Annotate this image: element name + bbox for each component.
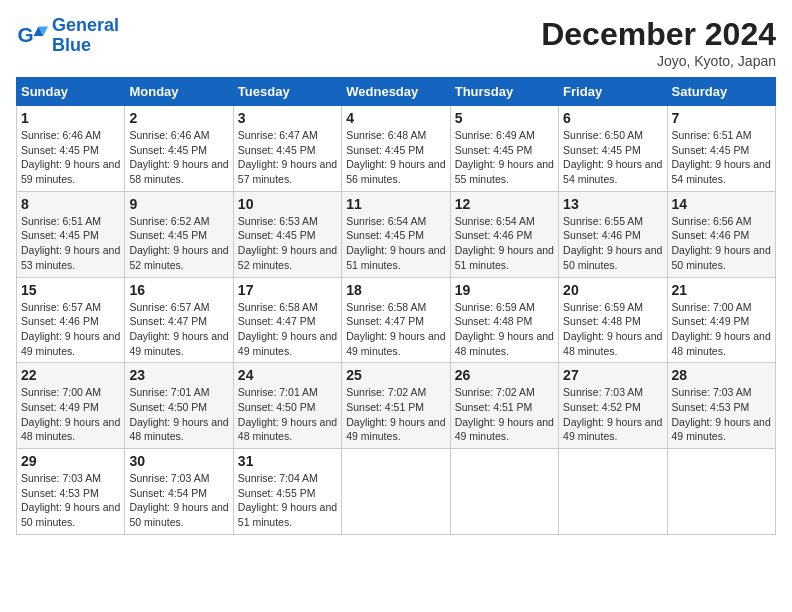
day-info: Sunrise: 6:50 AMSunset: 4:45 PMDaylight:…	[563, 128, 662, 187]
page-header: G General Blue December 2024 Joyo, Kyoto…	[16, 16, 776, 69]
day-number: 2	[129, 110, 228, 126]
day-number: 27	[563, 367, 662, 383]
day-info: Sunrise: 6:46 AMSunset: 4:45 PMDaylight:…	[129, 128, 228, 187]
day-info: Sunrise: 6:58 AMSunset: 4:47 PMDaylight:…	[238, 300, 337, 359]
day-info: Sunrise: 6:51 AMSunset: 4:45 PMDaylight:…	[21, 214, 120, 273]
calendar-cell: 25Sunrise: 7:02 AMSunset: 4:51 PMDayligh…	[342, 363, 450, 449]
logo-icon: G	[16, 20, 48, 52]
day-info: Sunrise: 6:54 AMSunset: 4:46 PMDaylight:…	[455, 214, 554, 273]
calendar-cell: 23Sunrise: 7:01 AMSunset: 4:50 PMDayligh…	[125, 363, 233, 449]
location: Joyo, Kyoto, Japan	[541, 53, 776, 69]
day-info: Sunrise: 7:03 AMSunset: 4:54 PMDaylight:…	[129, 471, 228, 530]
logo-line2: Blue	[52, 35, 91, 55]
day-info: Sunrise: 7:01 AMSunset: 4:50 PMDaylight:…	[238, 385, 337, 444]
day-number: 15	[21, 282, 120, 298]
day-number: 22	[21, 367, 120, 383]
calendar-cell: 24Sunrise: 7:01 AMSunset: 4:50 PMDayligh…	[233, 363, 341, 449]
day-number: 11	[346, 196, 445, 212]
calendar-cell: 26Sunrise: 7:02 AMSunset: 4:51 PMDayligh…	[450, 363, 558, 449]
calendar-cell: 21Sunrise: 7:00 AMSunset: 4:49 PMDayligh…	[667, 277, 775, 363]
day-info: Sunrise: 7:03 AMSunset: 4:53 PMDaylight:…	[672, 385, 771, 444]
day-info: Sunrise: 6:51 AMSunset: 4:45 PMDaylight:…	[672, 128, 771, 187]
calendar-cell: 2Sunrise: 6:46 AMSunset: 4:45 PMDaylight…	[125, 106, 233, 192]
day-number: 12	[455, 196, 554, 212]
day-number: 28	[672, 367, 771, 383]
calendar-cell: 20Sunrise: 6:59 AMSunset: 4:48 PMDayligh…	[559, 277, 667, 363]
calendar-cell: 17Sunrise: 6:58 AMSunset: 4:47 PMDayligh…	[233, 277, 341, 363]
day-info: Sunrise: 7:04 AMSunset: 4:55 PMDaylight:…	[238, 471, 337, 530]
calendar-row: 1Sunrise: 6:46 AMSunset: 4:45 PMDaylight…	[17, 106, 776, 192]
day-number: 8	[21, 196, 120, 212]
calendar-cell: 4Sunrise: 6:48 AMSunset: 4:45 PMDaylight…	[342, 106, 450, 192]
calendar-cell: 27Sunrise: 7:03 AMSunset: 4:52 PMDayligh…	[559, 363, 667, 449]
day-number: 5	[455, 110, 554, 126]
day-info: Sunrise: 6:54 AMSunset: 4:45 PMDaylight:…	[346, 214, 445, 273]
svg-text:G: G	[18, 23, 34, 46]
day-info: Sunrise: 6:58 AMSunset: 4:47 PMDaylight:…	[346, 300, 445, 359]
calendar-cell: 6Sunrise: 6:50 AMSunset: 4:45 PMDaylight…	[559, 106, 667, 192]
day-number: 18	[346, 282, 445, 298]
logo: G General Blue	[16, 16, 119, 56]
logo-text: General Blue	[52, 16, 119, 56]
calendar-cell: 18Sunrise: 6:58 AMSunset: 4:47 PMDayligh…	[342, 277, 450, 363]
weekday-header: Monday	[125, 78, 233, 106]
day-info: Sunrise: 6:52 AMSunset: 4:45 PMDaylight:…	[129, 214, 228, 273]
weekday-header: Saturday	[667, 78, 775, 106]
calendar-cell: 12Sunrise: 6:54 AMSunset: 4:46 PMDayligh…	[450, 191, 558, 277]
calendar-cell	[559, 449, 667, 535]
day-info: Sunrise: 7:00 AMSunset: 4:49 PMDaylight:…	[21, 385, 120, 444]
day-number: 23	[129, 367, 228, 383]
day-number: 20	[563, 282, 662, 298]
calendar-cell: 13Sunrise: 6:55 AMSunset: 4:46 PMDayligh…	[559, 191, 667, 277]
day-info: Sunrise: 6:47 AMSunset: 4:45 PMDaylight:…	[238, 128, 337, 187]
calendar-cell	[342, 449, 450, 535]
day-info: Sunrise: 7:01 AMSunset: 4:50 PMDaylight:…	[129, 385, 228, 444]
day-info: Sunrise: 6:46 AMSunset: 4:45 PMDaylight:…	[21, 128, 120, 187]
logo-line1: General	[52, 15, 119, 35]
calendar-cell: 29Sunrise: 7:03 AMSunset: 4:53 PMDayligh…	[17, 449, 125, 535]
day-info: Sunrise: 6:56 AMSunset: 4:46 PMDaylight:…	[672, 214, 771, 273]
day-number: 31	[238, 453, 337, 469]
calendar-cell: 14Sunrise: 6:56 AMSunset: 4:46 PMDayligh…	[667, 191, 775, 277]
day-info: Sunrise: 7:03 AMSunset: 4:52 PMDaylight:…	[563, 385, 662, 444]
calendar-cell: 1Sunrise: 6:46 AMSunset: 4:45 PMDaylight…	[17, 106, 125, 192]
day-number: 6	[563, 110, 662, 126]
calendar-cell: 7Sunrise: 6:51 AMSunset: 4:45 PMDaylight…	[667, 106, 775, 192]
day-number: 25	[346, 367, 445, 383]
calendar-cell: 5Sunrise: 6:49 AMSunset: 4:45 PMDaylight…	[450, 106, 558, 192]
day-number: 26	[455, 367, 554, 383]
day-info: Sunrise: 6:57 AMSunset: 4:46 PMDaylight:…	[21, 300, 120, 359]
day-info: Sunrise: 6:59 AMSunset: 4:48 PMDaylight:…	[563, 300, 662, 359]
day-number: 3	[238, 110, 337, 126]
day-number: 17	[238, 282, 337, 298]
calendar-cell: 16Sunrise: 6:57 AMSunset: 4:47 PMDayligh…	[125, 277, 233, 363]
day-info: Sunrise: 7:03 AMSunset: 4:53 PMDaylight:…	[21, 471, 120, 530]
calendar-cell: 9Sunrise: 6:52 AMSunset: 4:45 PMDaylight…	[125, 191, 233, 277]
day-info: Sunrise: 7:02 AMSunset: 4:51 PMDaylight:…	[346, 385, 445, 444]
calendar-cell	[667, 449, 775, 535]
day-info: Sunrise: 7:00 AMSunset: 4:49 PMDaylight:…	[672, 300, 771, 359]
weekday-header: Thursday	[450, 78, 558, 106]
day-number: 29	[21, 453, 120, 469]
day-number: 1	[21, 110, 120, 126]
day-number: 14	[672, 196, 771, 212]
day-number: 19	[455, 282, 554, 298]
calendar-table: SundayMondayTuesdayWednesdayThursdayFrid…	[16, 77, 776, 535]
calendar-row: 22Sunrise: 7:00 AMSunset: 4:49 PMDayligh…	[17, 363, 776, 449]
day-number: 30	[129, 453, 228, 469]
day-info: Sunrise: 7:02 AMSunset: 4:51 PMDaylight:…	[455, 385, 554, 444]
weekday-header-row: SundayMondayTuesdayWednesdayThursdayFrid…	[17, 78, 776, 106]
calendar-cell: 15Sunrise: 6:57 AMSunset: 4:46 PMDayligh…	[17, 277, 125, 363]
day-info: Sunrise: 6:57 AMSunset: 4:47 PMDaylight:…	[129, 300, 228, 359]
calendar-cell: 8Sunrise: 6:51 AMSunset: 4:45 PMDaylight…	[17, 191, 125, 277]
day-number: 16	[129, 282, 228, 298]
day-info: Sunrise: 6:49 AMSunset: 4:45 PMDaylight:…	[455, 128, 554, 187]
calendar-row: 8Sunrise: 6:51 AMSunset: 4:45 PMDaylight…	[17, 191, 776, 277]
day-number: 9	[129, 196, 228, 212]
day-info: Sunrise: 6:48 AMSunset: 4:45 PMDaylight:…	[346, 128, 445, 187]
calendar-cell	[450, 449, 558, 535]
calendar-cell: 3Sunrise: 6:47 AMSunset: 4:45 PMDaylight…	[233, 106, 341, 192]
day-info: Sunrise: 6:53 AMSunset: 4:45 PMDaylight:…	[238, 214, 337, 273]
calendar-row: 29Sunrise: 7:03 AMSunset: 4:53 PMDayligh…	[17, 449, 776, 535]
calendar-cell: 10Sunrise: 6:53 AMSunset: 4:45 PMDayligh…	[233, 191, 341, 277]
